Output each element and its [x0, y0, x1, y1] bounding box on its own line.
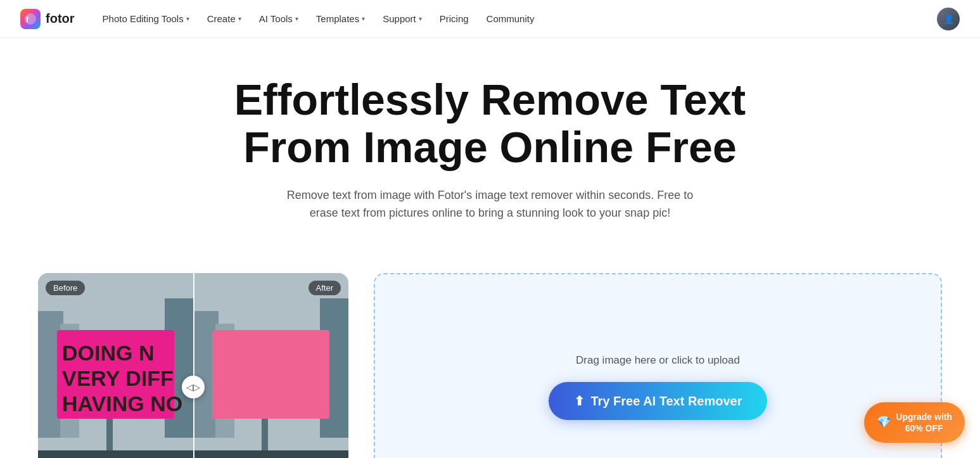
svg-text:DOING N: DOING N — [62, 341, 154, 365]
nav-create[interactable]: Create ▾ — [200, 8, 249, 29]
svg-text:HAVING NO: HAVING NO — [62, 391, 182, 416]
nav-right: 👤 — [937, 8, 960, 30]
before-label: Before — [46, 281, 85, 295]
chevron-down-icon: ▾ — [238, 15, 241, 22]
user-avatar[interactable]: 👤 — [937, 8, 960, 30]
chevron-down-icon: ▾ — [419, 15, 422, 22]
try-ai-remover-button[interactable]: ⬆ Try Free AI Text Remover — [549, 382, 768, 420]
svg-rect-17 — [212, 330, 329, 419]
main-content: DOING N VERY DIFF HAVING NO — [0, 248, 980, 458]
chevron-down-icon: ▾ — [362, 15, 365, 22]
upload-dropzone[interactable]: Drag image here or click to upload ⬆ Try… — [374, 273, 942, 458]
nav-ai-tools[interactable]: AI Tools ▾ — [251, 8, 306, 29]
logo-icon: f — [20, 9, 41, 29]
after-label: After — [309, 281, 341, 295]
nav-support[interactable]: Support ▾ — [375, 8, 430, 29]
upload-button-label: Try Free AI Text Remover — [591, 394, 742, 409]
ba-divider — [193, 273, 194, 458]
chevron-down-icon: ▾ — [186, 15, 189, 22]
before-after-container: DOING N VERY DIFF HAVING NO — [38, 273, 348, 458]
nav-community[interactable]: Community — [479, 8, 542, 29]
diamond-icon: 💎 — [877, 415, 891, 429]
upgrade-label: Upgrade with60% OFF — [896, 411, 952, 434]
svg-rect-12 — [38, 450, 193, 458]
logo-text: fotor — [46, 11, 75, 26]
upload-icon: ⬆ — [574, 393, 585, 409]
svg-rect-20 — [193, 450, 348, 458]
nav-links: Photo Editing Tools ▾ Create ▾ AI Tools … — [95, 8, 937, 29]
nav-templates[interactable]: Templates ▾ — [309, 8, 372, 29]
before-panel: DOING N VERY DIFF HAVING NO — [38, 273, 193, 458]
svg-text:VERY DIFF: VERY DIFF — [62, 366, 174, 390]
upgrade-badge[interactable]: 💎 Upgrade with60% OFF — [864, 402, 965, 443]
hero-subtitle: Remove text from image with Fotor's imag… — [275, 186, 706, 223]
logo-link[interactable]: f fotor — [20, 9, 75, 29]
hero-section: Effortlessly Remove Text From Image Onli… — [0, 38, 980, 248]
upload-hint: Drag image here or click to upload — [576, 354, 740, 367]
nav-pricing[interactable]: Pricing — [432, 8, 476, 29]
navbar: f fotor Photo Editing Tools ▾ Create ▾ A… — [0, 0, 980, 38]
chevron-down-icon: ▾ — [295, 15, 298, 22]
avatar-image: 👤 — [937, 8, 960, 30]
ba-handle[interactable]: ◁▷ — [182, 376, 205, 398]
after-panel — [193, 273, 348, 458]
nav-photo-editing-tools[interactable]: Photo Editing Tools ▾ — [95, 8, 197, 29]
hero-title: Effortlessly Remove Text From Image Onli… — [205, 76, 775, 171]
arrows-icon: ◁▷ — [186, 382, 200, 392]
